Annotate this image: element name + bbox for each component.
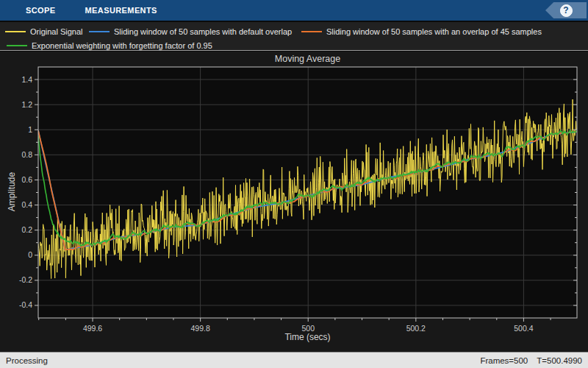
legend-label: Exponential weighting with forgetting fa… [32, 41, 212, 50]
y-tick-label: 0.8 [21, 150, 32, 159]
status-bar: Processing Frames=500 T=500.4990 [0, 352, 588, 368]
legend-swatch-icon [89, 31, 110, 32]
y-tick-label: 0.2 [21, 225, 32, 234]
status-time: T=500.4990 [537, 356, 582, 365]
y-tick-label: 1.2 [21, 100, 32, 109]
toolstrip: SCOPE MEASUREMENTS ? [0, 0, 588, 21]
status-frames: Frames=500 [480, 356, 528, 365]
x-axis-label: Time (secs) [38, 332, 577, 342]
legend-item-exponential[interactable]: Exponential weighting with forgetting fa… [7, 40, 212, 51]
legend-swatch-icon [301, 31, 322, 32]
y-tick-label: 0.6 [21, 175, 32, 184]
status-processing: Processing [6, 356, 48, 365]
legend-swatch-icon [5, 31, 26, 32]
legend-item-sliding-default[interactable]: Sliding window of 50 samples with defaul… [89, 26, 292, 37]
figure-area: Moving Average 499.6499.8500500.2500.4-0… [0, 52, 588, 352]
tab-measurements[interactable]: MEASUREMENTS [81, 6, 162, 15]
scope-window: SCOPE MEASUREMENTS ? Original Signal Sli… [0, 0, 588, 368]
legend-label: Sliding window of 50 samples with defaul… [114, 27, 292, 36]
legend-label: Original Signal [30, 27, 83, 36]
y-tick-label: -0.2 [19, 275, 32, 284]
plot-canvas[interactable]: 499.6499.8500500.2500.4-0.4-0.200.20.40.… [0, 52, 588, 352]
legend-label: Sliding window of 50 samples with an ove… [326, 27, 542, 36]
legend-swatch-icon [7, 45, 27, 46]
legend: Original Signal Sliding window of 50 sam… [0, 22, 588, 51]
legend-item-sliding-overlap45[interactable]: Sliding window of 50 samples with an ove… [301, 26, 542, 37]
y-tick-label: 0.4 [21, 200, 32, 209]
y-tick-label: 1 [28, 125, 32, 134]
y-tick-label: 0 [28, 250, 32, 259]
y-tick-label: 1.4 [21, 75, 32, 84]
status-counters: Frames=500 T=500.4990 [480, 356, 582, 365]
y-tick-label: -0.4 [19, 300, 32, 309]
toolstrip-collapse-banner: ? [545, 2, 587, 18]
tab-scope[interactable]: SCOPE [21, 6, 60, 15]
help-icon[interactable]: ? [560, 4, 573, 17]
legend-item-original-signal[interactable]: Original Signal [5, 26, 83, 37]
y-axis-label: Amplitude [7, 163, 18, 222]
